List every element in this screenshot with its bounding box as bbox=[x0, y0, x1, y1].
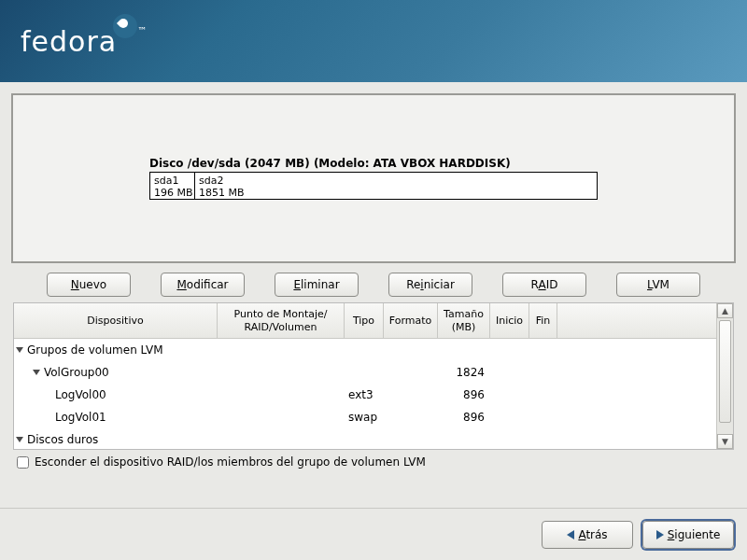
col-start[interactable]: Inicio bbox=[490, 303, 529, 338]
new-button[interactable]: Nuevo bbox=[47, 273, 131, 297]
col-mount[interactable]: Punto de Montaje/ RAID/Volumen bbox=[218, 303, 345, 338]
fedora-swoosh-icon bbox=[113, 14, 137, 38]
expander-icon[interactable] bbox=[33, 370, 40, 375]
col-spacer bbox=[557, 303, 716, 338]
fedora-logo: fedora™ bbox=[21, 25, 148, 58]
hide-raid-checkbox[interactable] bbox=[17, 456, 29, 469]
arrow-right-icon bbox=[656, 530, 664, 539]
col-end[interactable]: Fin bbox=[529, 303, 557, 338]
table-row[interactable]: Discos duros bbox=[14, 428, 716, 449]
scroll-up-icon[interactable]: ▲ bbox=[717, 303, 733, 318]
toolbar: Nuevo Modificar Eliminar Reiniciar RAID … bbox=[47, 273, 700, 297]
header-banner: fedora™ bbox=[0, 0, 747, 82]
modify-button[interactable]: Modificar bbox=[161, 273, 245, 297]
disk-partition-sda2[interactable]: sda2 1851 MB bbox=[195, 173, 597, 199]
disk-partition-sda1[interactable]: sda1 196 MB bbox=[150, 173, 195, 199]
device-label: Grupos de volumen LVM bbox=[27, 343, 162, 357]
new-button-rest: uevo bbox=[79, 278, 106, 291]
table-header-row: Dispositivo Punto de Montaje/ RAID/Volum… bbox=[14, 303, 716, 339]
table-row[interactable]: LogVol01swap896 bbox=[14, 406, 716, 428]
disk-bar: sda1 196 MB sda2 1851 MB bbox=[149, 172, 598, 200]
col-format[interactable]: Formato bbox=[384, 303, 438, 338]
delete-button[interactable]: Eliminar bbox=[275, 273, 359, 297]
disk-title: Disco /dev/sda (2047 MB) (Modelo: ATA VB… bbox=[149, 157, 598, 170]
scroll-down-icon[interactable]: ▼ bbox=[717, 434, 733, 449]
table-row[interactable]: LogVol00ext3896 bbox=[14, 384, 716, 406]
disk-diagram-panel: Disco /dev/sda (2047 MB) (Modelo: ATA VB… bbox=[11, 93, 736, 263]
back-button[interactable]: Atrás bbox=[542, 521, 633, 549]
device-label: LogVol01 bbox=[55, 411, 106, 424]
hide-raid-row: Esconder el dispositivo RAID/los miembro… bbox=[11, 450, 736, 478]
footer: Atrás Siguiente bbox=[0, 508, 747, 560]
arrow-left-icon bbox=[567, 530, 574, 539]
table-row[interactable]: VolGroup001824 bbox=[14, 361, 716, 384]
col-size[interactable]: Tamaño (MB) bbox=[438, 303, 490, 338]
device-label: Discos duros bbox=[27, 433, 98, 446]
expander-icon[interactable] bbox=[16, 437, 23, 442]
device-label: VolGroup00 bbox=[44, 366, 109, 379]
partition-table: Dispositivo Punto de Montaje/ RAID/Volum… bbox=[13, 302, 734, 450]
lvm-button[interactable]: LVM bbox=[616, 273, 700, 297]
col-device[interactable]: Dispositivo bbox=[14, 303, 218, 338]
vertical-scrollbar[interactable]: ▲ ▼ bbox=[716, 303, 733, 449]
table-row[interactable]: Grupos de volumen LVM bbox=[14, 339, 716, 361]
device-label: LogVol00 bbox=[55, 388, 106, 401]
raid-button[interactable]: RAID bbox=[502, 273, 586, 297]
scroll-thumb[interactable] bbox=[719, 320, 731, 423]
reset-button[interactable]: Reiniciar bbox=[388, 273, 472, 297]
col-type[interactable]: Tipo bbox=[345, 303, 384, 338]
expander-icon[interactable] bbox=[16, 347, 23, 353]
hide-raid-label: Esconder el dispositivo RAID/los miembro… bbox=[35, 455, 426, 469]
next-button[interactable]: Siguiente bbox=[642, 521, 734, 549]
